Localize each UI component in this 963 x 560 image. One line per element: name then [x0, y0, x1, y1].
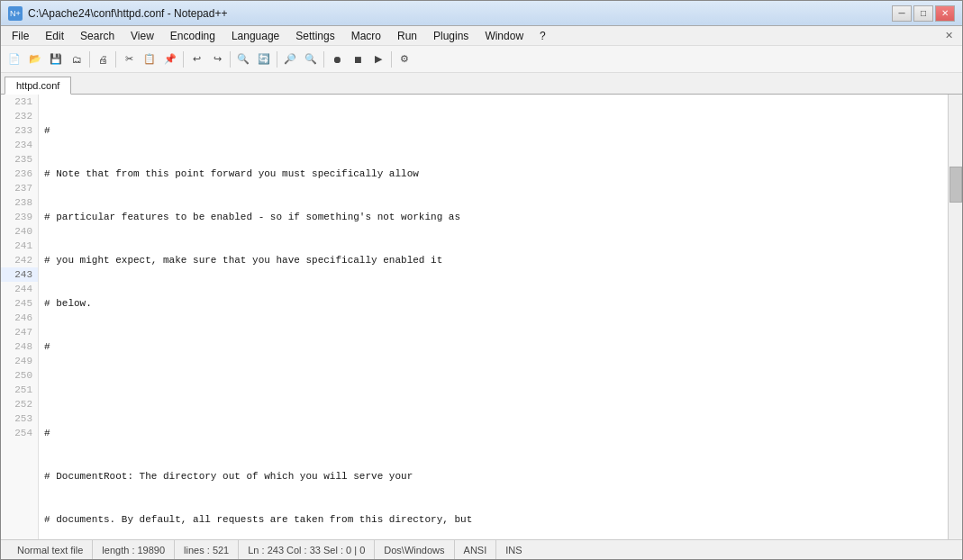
menu-file[interactable]: File [5, 27, 36, 45]
menu-view[interactable]: View [123, 27, 161, 45]
vertical-scrollbar[interactable] [948, 95, 962, 539]
code-line-237 [39, 383, 948, 397]
tb-paste[interactable]: 📌 [160, 50, 180, 69]
tb-macro-rec[interactable]: ⏺ [327, 50, 347, 69]
ln-245: 245 [1, 296, 38, 311]
tb-open[interactable]: 📂 [25, 50, 45, 69]
status-mode: INS [496, 540, 531, 559]
status-length: length : 19890 [93, 540, 175, 559]
tb-settings[interactable]: ⚙ [395, 50, 414, 69]
toolbar: 📄 📂 💾 🗂 🖨 ✂ 📋 📌 ↩ ↪ 🔍 🔄 🔎 🔍 ⏺ ⏹ ▶ ⚙ [1, 46, 962, 73]
code-line-234: # you might expect, make sure that you h… [39, 253, 948, 267]
code-lines: # # Note that from this point forward yo… [39, 95, 948, 539]
title-bar-left: N+ C:\Apache24\conf\httpd.conf - Notepad… [8, 6, 227, 21]
menu-run[interactable]: Run [390, 27, 424, 45]
ln-243: 243 [1, 267, 38, 282]
menu-plugins[interactable]: Plugins [426, 27, 476, 45]
ln-238: 238 [1, 195, 38, 210]
scrollbar-thumb[interactable] [949, 167, 962, 203]
tb-sep2 [115, 51, 116, 68]
menu-macro[interactable]: Macro [344, 27, 388, 45]
ln-253: 253 [1, 411, 38, 426]
tb-sep4 [230, 51, 231, 68]
code-line-235: # below. [39, 296, 948, 311]
tb-zoom-out[interactable]: 🔍 [301, 50, 321, 69]
status-position: Ln : 243 Col : 33 Sel : 0 | 0 [239, 540, 375, 559]
ln-254: 254 [1, 426, 38, 440]
ln-235: 235 [1, 152, 38, 167]
tb-sep3 [183, 51, 184, 68]
tb-print[interactable]: 🖨 [93, 50, 113, 69]
tb-zoom-in[interactable]: 🔎 [280, 50, 300, 69]
ln-237: 237 [1, 181, 38, 195]
title-bar: N+ C:\Apache24\conf\httpd.conf - Notepad… [1, 1, 962, 26]
ln-248: 248 [1, 339, 38, 354]
code-line-233: # particular features to be enabled - so… [39, 210, 948, 224]
ln-234: 234 [1, 138, 38, 152]
tb-undo[interactable]: ↩ [186, 50, 206, 69]
code-content[interactable]: # # Note that from this point forward yo… [39, 95, 948, 539]
code-line-236: # [39, 339, 948, 354]
tb-saveall[interactable]: 🗂 [67, 50, 86, 69]
menu-close-button[interactable]: ✕ [940, 28, 958, 43]
ln-231: 231 [1, 95, 38, 109]
menu-settings[interactable]: Settings [288, 27, 341, 45]
code-line-240: # documents. By default, all requests ar… [39, 512, 948, 527]
tb-sep5 [277, 51, 277, 68]
status-charset: ANSI [455, 540, 497, 559]
ln-233: 233 [1, 123, 38, 138]
main-window: N+ C:\Apache24\conf\httpd.conf - Notepad… [0, 0, 963, 560]
menu-window[interactable]: Window [477, 27, 531, 45]
menu-help[interactable]: ? [532, 27, 553, 45]
menu-bar: File Edit Search View Encoding Language … [1, 26, 962, 46]
menu-encoding[interactable]: Encoding [163, 27, 223, 45]
menu-language[interactable]: Language [224, 27, 286, 45]
status-encoding: Dos\Windows [375, 540, 454, 559]
ln-232: 232 [1, 109, 38, 123]
ln-252: 252 [1, 397, 38, 411]
status-lines: lines : 521 [175, 540, 239, 559]
ln-247: 247 [1, 325, 38, 339]
tab-httpd-conf[interactable]: httpd.conf [5, 77, 71, 95]
tb-redo[interactable]: ↪ [207, 50, 227, 69]
line-numbers: 231 232 233 234 235 236 237 238 239 240 … [1, 95, 39, 539]
app-icon: N+ [8, 6, 23, 21]
tb-copy[interactable]: 📋 [140, 50, 159, 69]
ln-239: 239 [1, 210, 38, 224]
tb-sep7 [391, 51, 392, 68]
code-line-239: # DocumentRoot: The directory out of whi… [39, 469, 948, 483]
ln-242: 242 [1, 253, 38, 267]
code-line-231: # [39, 123, 948, 138]
title-bar-controls: ─ □ ✕ [892, 5, 955, 22]
tb-cut[interactable]: ✂ [119, 50, 139, 69]
ln-236: 236 [1, 167, 38, 181]
editor-area: 231 232 233 234 235 236 237 238 239 240 … [1, 95, 962, 539]
code-line-238: # [39, 426, 948, 440]
code-line-232: # Note that from this point forward you … [39, 167, 948, 181]
ln-244: 244 [1, 282, 38, 296]
tb-macro-play[interactable]: ▶ [368, 50, 388, 69]
ln-240: 240 [1, 224, 38, 239]
ln-250: 250 [1, 368, 38, 383]
restore-button[interactable]: □ [913, 5, 933, 22]
ln-251: 251 [1, 383, 38, 397]
ln-241: 241 [1, 239, 38, 253]
tabs-bar: httpd.conf [1, 73, 962, 95]
window-title: C:\Apache24\conf\httpd.conf - Notepad++ [28, 7, 227, 20]
tb-sep6 [323, 51, 324, 68]
tb-new[interactable]: 📄 [5, 50, 24, 69]
tb-save[interactable]: 💾 [46, 50, 66, 69]
minimize-button[interactable]: ─ [892, 5, 912, 22]
menu-edit[interactable]: Edit [38, 27, 71, 45]
tb-replace[interactable]: 🔄 [254, 50, 274, 69]
tb-sep1 [89, 51, 90, 68]
ln-246: 246 [1, 311, 38, 325]
menu-search[interactable]: Search [73, 27, 122, 45]
tb-macro-stop[interactable]: ⏹ [348, 50, 368, 69]
status-filetype: Normal text file [8, 540, 93, 559]
tb-find[interactable]: 🔍 [233, 50, 253, 69]
ln-249: 249 [1, 354, 38, 368]
close-button[interactable]: ✕ [935, 5, 955, 22]
status-bar: Normal text file length : 19890 lines : … [1, 539, 962, 559]
